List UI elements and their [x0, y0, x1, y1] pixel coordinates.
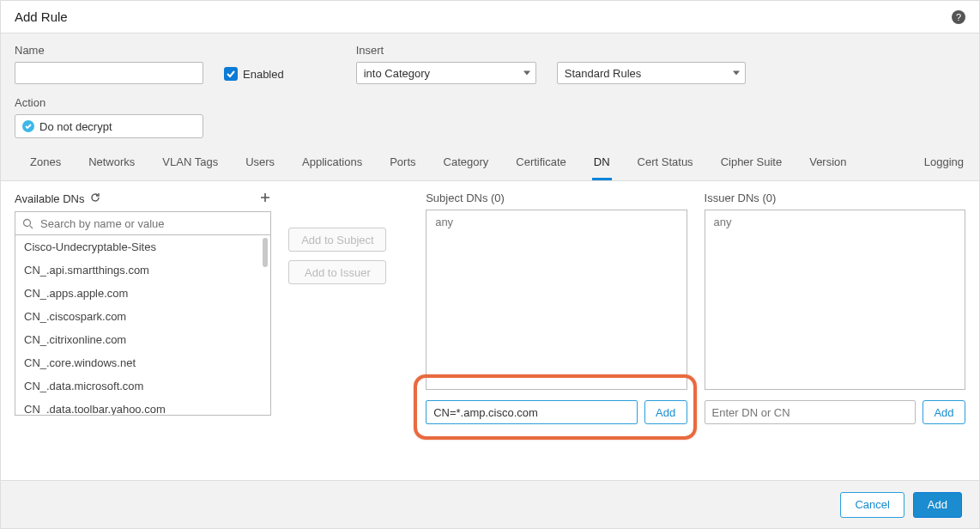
- subject-dns-box[interactable]: any: [426, 210, 687, 390]
- refresh-icon[interactable]: [89, 192, 101, 206]
- insert-label: Insert: [356, 44, 536, 57]
- issuer-dns-label: Issuer DNs (0): [705, 192, 965, 204]
- tab-logging[interactable]: Logging: [910, 147, 965, 180]
- subject-cn-input[interactable]: [426, 400, 637, 424]
- add-to-issuer-button[interactable]: Add to Issuer: [288, 260, 386, 284]
- tab-users[interactable]: Users: [232, 147, 288, 180]
- tab-version[interactable]: Version: [795, 147, 860, 180]
- cancel-button[interactable]: Cancel: [840, 492, 904, 518]
- issuer-any-text: any: [714, 216, 732, 228]
- action-label: Action: [15, 96, 203, 109]
- do-not-decrypt-icon: [22, 120, 34, 132]
- list-item[interactable]: CN_.core.windows.net: [15, 351, 270, 374]
- insert-select[interactable]: into Category: [356, 62, 536, 84]
- svg-point-0: [24, 219, 31, 226]
- tab-cipher-suite[interactable]: Cipher Suite: [707, 147, 796, 180]
- tab-vlan-tags[interactable]: VLAN Tags: [148, 147, 232, 180]
- tab-zones[interactable]: Zones: [16, 147, 75, 180]
- add-to-subject-button[interactable]: Add to Subject: [288, 228, 386, 252]
- available-dn-list[interactable]: Cisco-Undecryptable-Sites CN_.api.smartt…: [15, 235, 270, 415]
- search-icon: [22, 218, 33, 229]
- rule-group-select[interactable]: Standard Rules: [557, 62, 746, 84]
- tab-networks[interactable]: Networks: [75, 147, 148, 180]
- tab-applications[interactable]: Applications: [288, 147, 376, 180]
- tab-ports[interactable]: Ports: [376, 147, 429, 180]
- issuer-cn-input[interactable]: [705, 400, 916, 424]
- available-dns-label: Available DNs: [15, 192, 84, 205]
- list-item[interactable]: CN_.apps.apple.com: [15, 282, 270, 305]
- list-item[interactable]: CN_.ciscospark.com: [15, 305, 270, 328]
- list-item[interactable]: CN_.data.toolbar.yahoo.com: [15, 398, 270, 415]
- tab-dn[interactable]: DN: [580, 147, 624, 180]
- issuer-dns-box[interactable]: any: [705, 210, 965, 390]
- action-select[interactable]: Do not decrypt: [15, 114, 203, 138]
- issuer-add-button[interactable]: Add: [923, 400, 965, 424]
- list-item[interactable]: Cisco-Undecryptable-Sites: [15, 235, 270, 258]
- subject-dns-label: Subject DNs (0): [426, 192, 687, 204]
- help-icon[interactable]: ?: [952, 10, 965, 24]
- tab-category[interactable]: Category: [430, 147, 503, 180]
- subject-add-button[interactable]: Add: [644, 400, 687, 424]
- name-input[interactable]: [15, 62, 203, 84]
- list-item[interactable]: CN_.api.smartthings.com: [15, 258, 270, 282]
- search-box[interactable]: [15, 211, 271, 235]
- list-item[interactable]: CN_.data.microsoft.com: [15, 374, 270, 398]
- subject-any-text: any: [435, 216, 453, 228]
- add-dn-icon[interactable]: [259, 192, 271, 206]
- add-rule-button[interactable]: Add: [913, 492, 962, 518]
- enabled-checkbox[interactable]: [224, 67, 238, 81]
- name-label: Name: [15, 44, 203, 57]
- search-input[interactable]: [39, 216, 263, 231]
- scrollbar-thumb[interactable]: [263, 238, 268, 267]
- caret-down-icon: [733, 71, 740, 76]
- checkmark-icon: [226, 69, 236, 79]
- list-item[interactable]: CN_.citrixonline.com: [15, 328, 270, 351]
- tab-cert-status[interactable]: Cert Status: [624, 147, 707, 180]
- dialog-title: Add Rule: [15, 9, 68, 24]
- tab-certificate[interactable]: Certificate: [502, 147, 580, 180]
- enabled-label: Enabled: [243, 68, 284, 81]
- caret-down-icon: [523, 71, 530, 76]
